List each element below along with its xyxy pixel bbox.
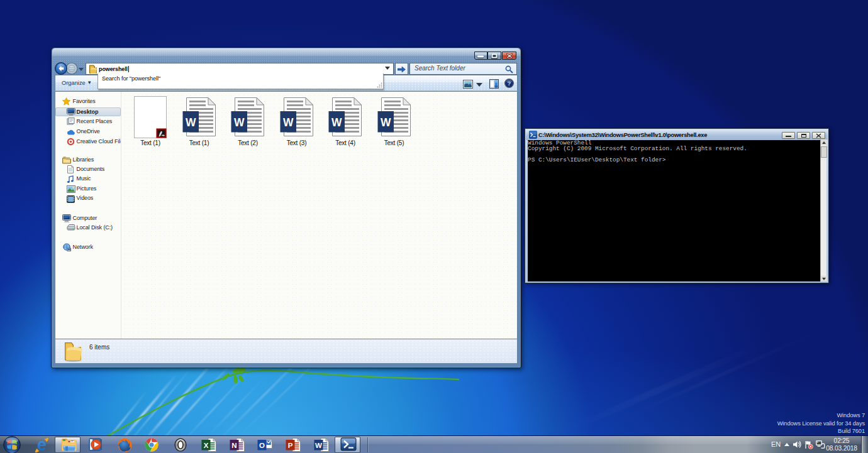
svg-text:P: P xyxy=(287,442,292,449)
svg-text:W: W xyxy=(185,116,196,129)
svg-text:W: W xyxy=(331,116,342,129)
svg-text:W: W xyxy=(234,116,245,129)
svg-text:X: X xyxy=(203,442,208,449)
svg-text:O: O xyxy=(259,442,265,449)
svg-text:?: ? xyxy=(508,80,511,87)
svg-text:N: N xyxy=(231,442,236,449)
svg-text:W: W xyxy=(380,116,391,129)
svg-text:W: W xyxy=(315,442,322,449)
svg-text:W: W xyxy=(282,116,293,129)
